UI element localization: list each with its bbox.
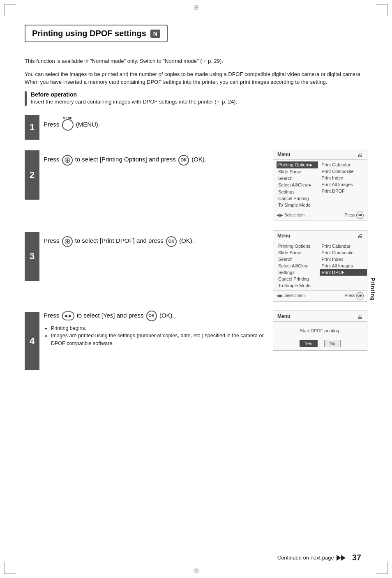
- continued-arrow-group: [337, 555, 346, 561]
- step-4-note-2: Images are printed using the settings (n…: [51, 332, 269, 348]
- screen2-left-item-3: Search: [277, 175, 318, 182]
- screen3-left-item-5: Settings: [277, 269, 318, 276]
- corner-mark-tl: [4, 4, 16, 16]
- step-4-number: 4: [25, 312, 39, 370]
- screen3-right-item-7: [320, 282, 367, 289]
- svg-marker-7: [341, 555, 346, 561]
- step-3-instruction: Press to select [Print DPOF] and press O…: [44, 236, 269, 246]
- intro-line-2: You can select the images to be printed …: [25, 70, 367, 86]
- step-4-instruction: Press ◀ ▶ to select [Yes] and press OK (…: [44, 311, 269, 321]
- screen3-col-left: Printing Options Slide Show Search Selec…: [273, 243, 318, 289]
- step-4-dialog: Menu 🖨 Start DPOF printing. Yes No: [273, 311, 367, 351]
- step-4-ok-btn: OK: [146, 311, 157, 321]
- corner-mark-bl: [4, 562, 16, 574]
- screen3-right-item-6: [320, 276, 367, 282]
- page-number: 37: [352, 553, 361, 562]
- step-2-nav-btn: [62, 155, 73, 166]
- screen3-right-item-4: Print All Images: [320, 263, 367, 269]
- screen2-col-right: Print Calendar Print Composite Print Ind…: [318, 161, 367, 208]
- screen3-left-item-4: Select All/Clear: [277, 263, 318, 269]
- step-4-content: Press ◀ ▶ to select [Yes] and press OK (…: [44, 311, 269, 348]
- dialog-icon: 🖨: [357, 313, 363, 320]
- step-4-press: Press: [44, 312, 61, 319]
- screen3-left-item-1: Printing Options: [277, 243, 318, 249]
- step-2-instruction: Press to select [Printing Options] and p…: [44, 154, 269, 165]
- screen2-left-item-2: Slide Show: [277, 168, 318, 175]
- screen2-right-item-1: Print Calendar: [320, 161, 367, 168]
- screen3-left-item-7: To Simple Mode: [277, 282, 318, 289]
- step-3-text-middle: to select [Print DPOF] and press: [75, 237, 165, 244]
- screen2-left-item-4: Select All/Clear▸: [277, 182, 318, 189]
- step-2-number: 2: [25, 150, 39, 200]
- screen2-col-left: Printing Options▸ Slide Show Search Sele…: [273, 161, 318, 208]
- screen3-left-item-2: Slide Show: [277, 249, 318, 256]
- before-op-bar: [25, 91, 27, 106]
- step-3-screenshot: Menu 🖨 Printing Options Slide Show Searc…: [273, 230, 367, 302]
- screen3-col-right: Print Calendar Print Composite Print Ind…: [318, 243, 367, 289]
- step-3-ok-btn: OK: [166, 236, 177, 247]
- screen3-icon: 🖨: [357, 233, 363, 239]
- step-1-menu-text: (MENU).: [76, 120, 100, 127]
- title-badge: N: [150, 30, 160, 38]
- svg-marker-5: [66, 241, 69, 244]
- step-3-text-end: (OK).: [179, 237, 194, 244]
- menu-label-top: MENU: [63, 116, 73, 121]
- dialog-no-btn: No: [324, 340, 341, 347]
- corner-mark-tr: [376, 4, 388, 16]
- step-3-nav-btn: [62, 236, 73, 247]
- screen3-footer-left: ◀▶ Select item: [277, 293, 304, 298]
- screen2-footer-right: Press OK: [345, 212, 364, 219]
- step-3-press: Press: [44, 237, 61, 244]
- svg-marker-6: [337, 555, 341, 561]
- step-2-text-middle: to select [Printing Options] and press: [75, 156, 178, 163]
- before-operation: Before operation Insert the memory card …: [25, 91, 367, 106]
- screen3-right-item-2: Print Composite: [320, 249, 367, 256]
- step-3-content: Press to select [Print DPOF] and press O…: [44, 230, 269, 255]
- step-2-screenshot: Menu 🖨 Printing Options▸ Slide Show Sear…: [273, 149, 367, 221]
- screen2-right-item-3: Print Index: [320, 175, 367, 181]
- before-op-title: Before operation: [31, 91, 237, 98]
- screen2-right-item-2: Print Composite: [320, 168, 367, 175]
- screen2-footer-left: ◀▶ Select item: [277, 213, 304, 217]
- menu-button-icon: MENU: [62, 119, 74, 131]
- screen2-right-item-6: [320, 194, 367, 201]
- screen2-right-item-7: [320, 201, 367, 207]
- corner-mark-br: [376, 562, 388, 574]
- screen2-title: Menu: [277, 152, 290, 157]
- svg-marker-2: [66, 160, 69, 162]
- screen3-left-item-6: Cancel Printing: [277, 276, 318, 282]
- step-2-row: 2 Press to select [Printing Options] and…: [25, 149, 367, 221]
- step-4-note-1: Printing begins.: [51, 325, 269, 332]
- reg-mark-bottom: ⊕: [192, 566, 200, 575]
- screen3-left-item-3: Search: [277, 256, 318, 263]
- screen2-left-item-5: Settings: [277, 189, 318, 195]
- step-1-row: 1 Press MENU (MENU).: [25, 113, 367, 140]
- reg-mark-top: ⊕: [192, 3, 200, 12]
- step-4-subnotes: Printing begins. Images are printed usin…: [44, 325, 269, 348]
- screen2-left-item-1: Printing Options▸: [277, 161, 318, 168]
- dialog-title: Menu: [277, 313, 290, 319]
- screen2-ok-btn: OK: [356, 212, 364, 219]
- step-2-press: Press: [44, 156, 61, 163]
- step-2-ok-btn: OK: [178, 155, 189, 166]
- step-1-number: 1: [25, 115, 39, 140]
- step-4-text-end: (OK).: [159, 312, 174, 319]
- before-op-text: Insert the memory card containing images…: [31, 99, 237, 105]
- screen3-right-item-1: Print Calendar: [320, 243, 367, 249]
- dialog-body-text: Start DPOF printing.: [273, 328, 367, 333]
- screen3-right-item-3: Print Index: [320, 256, 367, 263]
- step-1-content: Press MENU (MENU).: [44, 113, 367, 138]
- dialog-yes-btn: Yes: [300, 340, 318, 347]
- screen2-left-item-7: To Simple Mode: [277, 202, 318, 208]
- step-4-lr-btn: ◀ ▶: [62, 311, 74, 320]
- step-3-number: 3: [25, 232, 39, 281]
- step-2-text-end: (OK).: [191, 156, 206, 163]
- continued-footer: Continued on next page 37: [277, 553, 361, 562]
- step-4-text-middle: to select [Yes] and press: [77, 312, 145, 319]
- dialog-buttons: Yes No: [273, 340, 367, 347]
- step-1-press-label: Press: [44, 120, 61, 127]
- title-box: Printing using DPOF settings N: [25, 25, 168, 42]
- step-4-screenshot: Menu 🖨 Start DPOF printing. Yes No: [273, 311, 367, 351]
- continued-text: Continued on next page: [277, 555, 334, 561]
- screen3-ok-btn: OK: [356, 292, 364, 299]
